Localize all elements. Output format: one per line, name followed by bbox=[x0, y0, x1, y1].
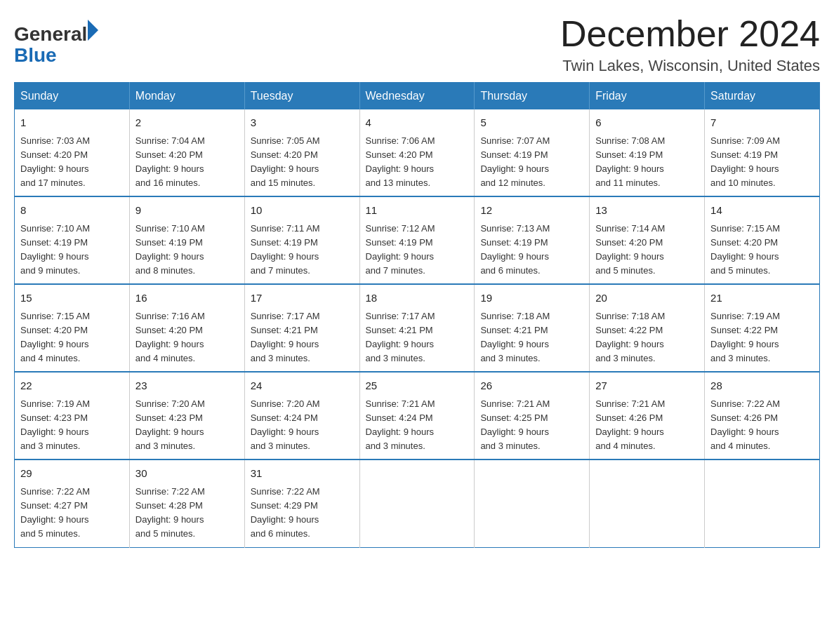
calendar-cell: 9 Sunrise: 7:10 AM Sunset: 4:19 PM Dayli… bbox=[129, 196, 244, 284]
logo: General Blue bbox=[14, 14, 105, 69]
day-info: Sunrise: 7:18 AM Sunset: 4:22 PM Dayligh… bbox=[595, 309, 699, 366]
title-block: December 2024 Twin Lakes, Wisconsin, Uni… bbox=[560, 14, 820, 75]
calendar-cell: 3 Sunrise: 7:05 AM Sunset: 4:20 PM Dayli… bbox=[244, 109, 359, 196]
calendar-cell: 19 Sunrise: 7:18 AM Sunset: 4:21 PM Dayl… bbox=[475, 284, 590, 372]
day-number: 11 bbox=[366, 203, 469, 219]
day-number: 8 bbox=[20, 203, 124, 219]
calendar-cell: 12 Sunrise: 7:13 AM Sunset: 4:19 PM Dayl… bbox=[475, 196, 590, 284]
calendar-cell: 8 Sunrise: 7:10 AM Sunset: 4:19 PM Dayli… bbox=[15, 196, 130, 284]
calendar-cell: 26 Sunrise: 7:21 AM Sunset: 4:25 PM Dayl… bbox=[475, 372, 590, 459]
day-info: Sunrise: 7:10 AM Sunset: 4:19 PM Dayligh… bbox=[20, 222, 124, 279]
day-number: 3 bbox=[251, 115, 354, 131]
day-info: Sunrise: 7:22 AM Sunset: 4:27 PM Dayligh… bbox=[20, 485, 124, 542]
logo-svg: General Blue bbox=[14, 14, 105, 67]
day-info: Sunrise: 7:04 AM Sunset: 4:20 PM Dayligh… bbox=[135, 134, 239, 191]
calendar-table: SundayMondayTuesdayWednesdayThursdayFrid… bbox=[14, 82, 820, 547]
day-number: 5 bbox=[480, 115, 583, 131]
day-info: Sunrise: 7:16 AM Sunset: 4:20 PM Dayligh… bbox=[135, 309, 239, 366]
calendar-cell: 4 Sunrise: 7:06 AM Sunset: 4:20 PM Dayli… bbox=[359, 109, 475, 196]
day-info: Sunrise: 7:11 AM Sunset: 4:19 PM Dayligh… bbox=[251, 222, 354, 279]
day-info: Sunrise: 7:17 AM Sunset: 4:21 PM Dayligh… bbox=[251, 309, 354, 366]
day-number: 14 bbox=[710, 203, 814, 219]
location-subtitle: Twin Lakes, Wisconsin, United States bbox=[560, 57, 820, 75]
day-number: 9 bbox=[135, 203, 239, 219]
calendar-cell bbox=[475, 459, 590, 547]
day-number: 30 bbox=[135, 466, 239, 482]
day-number: 1 bbox=[20, 115, 124, 131]
calendar-cell: 17 Sunrise: 7:17 AM Sunset: 4:21 PM Dayl… bbox=[244, 284, 359, 372]
day-info: Sunrise: 7:18 AM Sunset: 4:21 PM Dayligh… bbox=[480, 309, 583, 366]
day-number: 17 bbox=[251, 290, 354, 307]
day-info: Sunrise: 7:19 AM Sunset: 4:22 PM Dayligh… bbox=[710, 309, 814, 366]
day-info: Sunrise: 7:20 AM Sunset: 4:24 PM Dayligh… bbox=[251, 397, 354, 454]
calendar-week-row: 8 Sunrise: 7:10 AM Sunset: 4:19 PM Dayli… bbox=[15, 196, 820, 284]
day-info: Sunrise: 7:21 AM Sunset: 4:24 PM Dayligh… bbox=[366, 397, 469, 454]
day-info: Sunrise: 7:10 AM Sunset: 4:19 PM Dayligh… bbox=[135, 222, 239, 279]
weekday-header-friday: Friday bbox=[590, 83, 705, 110]
calendar-cell: 13 Sunrise: 7:14 AM Sunset: 4:20 PM Dayl… bbox=[590, 196, 705, 284]
calendar-cell: 22 Sunrise: 7:19 AM Sunset: 4:23 PM Dayl… bbox=[15, 372, 130, 459]
calendar-cell: 28 Sunrise: 7:22 AM Sunset: 4:26 PM Dayl… bbox=[705, 372, 820, 459]
day-number: 21 bbox=[710, 290, 814, 307]
calendar-cell: 23 Sunrise: 7:20 AM Sunset: 4:23 PM Dayl… bbox=[129, 372, 244, 459]
calendar-cell bbox=[359, 459, 475, 547]
day-info: Sunrise: 7:22 AM Sunset: 4:28 PM Dayligh… bbox=[135, 485, 239, 542]
calendar-cell: 20 Sunrise: 7:18 AM Sunset: 4:22 PM Dayl… bbox=[590, 284, 705, 372]
day-number: 31 bbox=[251, 466, 354, 482]
day-number: 18 bbox=[366, 290, 469, 307]
day-number: 12 bbox=[480, 203, 583, 219]
day-info: Sunrise: 7:12 AM Sunset: 4:19 PM Dayligh… bbox=[366, 222, 469, 279]
calendar-cell: 18 Sunrise: 7:17 AM Sunset: 4:21 PM Dayl… bbox=[359, 284, 475, 372]
day-number: 6 bbox=[595, 115, 699, 131]
day-number: 20 bbox=[595, 290, 699, 307]
day-info: Sunrise: 7:06 AM Sunset: 4:20 PM Dayligh… bbox=[366, 134, 469, 191]
calendar-cell: 25 Sunrise: 7:21 AM Sunset: 4:24 PM Dayl… bbox=[359, 372, 475, 459]
calendar-cell: 1 Sunrise: 7:03 AM Sunset: 4:20 PM Dayli… bbox=[15, 109, 130, 196]
day-info: Sunrise: 7:22 AM Sunset: 4:26 PM Dayligh… bbox=[710, 397, 814, 454]
calendar-cell: 11 Sunrise: 7:12 AM Sunset: 4:19 PM Dayl… bbox=[359, 196, 475, 284]
day-info: Sunrise: 7:21 AM Sunset: 4:25 PM Dayligh… bbox=[480, 397, 583, 454]
day-info: Sunrise: 7:08 AM Sunset: 4:19 PM Dayligh… bbox=[595, 134, 699, 191]
day-info: Sunrise: 7:09 AM Sunset: 4:19 PM Dayligh… bbox=[710, 134, 814, 191]
day-number: 22 bbox=[20, 378, 124, 394]
calendar-cell: 16 Sunrise: 7:16 AM Sunset: 4:20 PM Dayl… bbox=[129, 284, 244, 372]
svg-text:General: General bbox=[14, 23, 87, 45]
day-number: 15 bbox=[20, 290, 124, 307]
day-number: 29 bbox=[20, 466, 124, 482]
day-info: Sunrise: 7:17 AM Sunset: 4:21 PM Dayligh… bbox=[366, 309, 469, 366]
page-header: General Blue December 2024 Twin Lakes, W… bbox=[14, 14, 820, 75]
day-info: Sunrise: 7:19 AM Sunset: 4:23 PM Dayligh… bbox=[20, 397, 124, 454]
day-number: 24 bbox=[251, 378, 354, 394]
day-info: Sunrise: 7:15 AM Sunset: 4:20 PM Dayligh… bbox=[20, 309, 124, 366]
day-info: Sunrise: 7:07 AM Sunset: 4:19 PM Dayligh… bbox=[480, 134, 583, 191]
day-number: 25 bbox=[366, 378, 469, 394]
calendar-cell: 15 Sunrise: 7:15 AM Sunset: 4:20 PM Dayl… bbox=[15, 284, 130, 372]
day-number: 23 bbox=[135, 378, 239, 394]
month-year-title: December 2024 bbox=[560, 14, 820, 54]
day-number: 13 bbox=[595, 203, 699, 219]
day-number: 10 bbox=[251, 203, 354, 219]
day-number: 7 bbox=[710, 115, 814, 131]
day-info: Sunrise: 7:20 AM Sunset: 4:23 PM Dayligh… bbox=[135, 397, 239, 454]
calendar-cell: 6 Sunrise: 7:08 AM Sunset: 4:19 PM Dayli… bbox=[590, 109, 705, 196]
day-number: 4 bbox=[366, 115, 469, 131]
day-info: Sunrise: 7:22 AM Sunset: 4:29 PM Dayligh… bbox=[251, 485, 354, 542]
calendar-cell: 10 Sunrise: 7:11 AM Sunset: 4:19 PM Dayl… bbox=[244, 196, 359, 284]
weekday-header-monday: Monday bbox=[129, 83, 244, 110]
weekday-header-wednesday: Wednesday bbox=[359, 83, 475, 110]
calendar-cell: 29 Sunrise: 7:22 AM Sunset: 4:27 PM Dayl… bbox=[15, 459, 130, 547]
calendar-cell: 27 Sunrise: 7:21 AM Sunset: 4:26 PM Dayl… bbox=[590, 372, 705, 459]
day-info: Sunrise: 7:13 AM Sunset: 4:19 PM Dayligh… bbox=[480, 222, 583, 279]
weekday-header-sunday: Sunday bbox=[15, 83, 130, 110]
svg-text:Blue: Blue bbox=[14, 44, 57, 66]
day-number: 26 bbox=[480, 378, 583, 394]
calendar-cell: 31 Sunrise: 7:22 AM Sunset: 4:29 PM Dayl… bbox=[244, 459, 359, 547]
calendar-cell: 21 Sunrise: 7:19 AM Sunset: 4:22 PM Dayl… bbox=[705, 284, 820, 372]
calendar-cell: 14 Sunrise: 7:15 AM Sunset: 4:20 PM Dayl… bbox=[705, 196, 820, 284]
day-info: Sunrise: 7:03 AM Sunset: 4:20 PM Dayligh… bbox=[20, 134, 124, 191]
calendar-cell: 5 Sunrise: 7:07 AM Sunset: 4:19 PM Dayli… bbox=[475, 109, 590, 196]
day-info: Sunrise: 7:14 AM Sunset: 4:20 PM Dayligh… bbox=[595, 222, 699, 279]
calendar-week-row: 15 Sunrise: 7:15 AM Sunset: 4:20 PM Dayl… bbox=[15, 284, 820, 372]
weekday-header-thursday: Thursday bbox=[475, 83, 590, 110]
day-info: Sunrise: 7:15 AM Sunset: 4:20 PM Dayligh… bbox=[710, 222, 814, 279]
